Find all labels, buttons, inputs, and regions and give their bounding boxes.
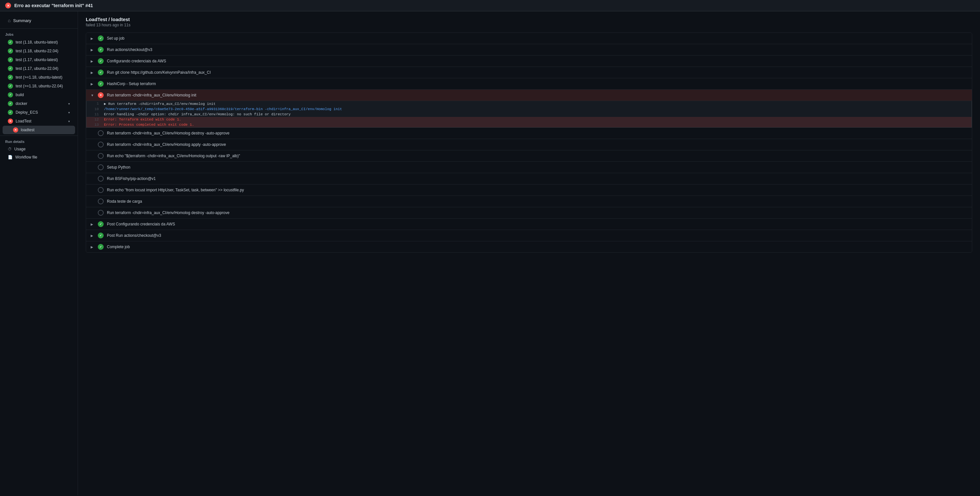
step-terraform-apply[interactable]: ▶ Run terraform -chdir=infra_aux_CI/env/… <box>86 139 972 150</box>
step-status-skip <box>98 210 103 216</box>
step-configurando[interactable]: ▶ Configurando credenciais da AWS <box>86 56 972 67</box>
step-status-green <box>98 47 103 52</box>
usage-icon: ⏱ <box>8 147 12 151</box>
layout: ⌂ Summary Jobs test (1.18, ubuntu-latest… <box>0 11 980 495</box>
chevron-right-icon: ▶ <box>91 82 95 86</box>
sidebar-item-loadtest-child[interactable]: loadtest <box>3 126 75 134</box>
chevron-right-icon: ▶ <box>91 48 95 52</box>
sidebar-item-label: test (1.18, ubuntu-22.04) <box>16 49 58 53</box>
step-label: Set up job <box>107 36 967 41</box>
step-label: Run BSFishy/pip-action@v1 <box>107 176 967 181</box>
step-complete-job[interactable]: ▶ Complete job <box>86 241 972 253</box>
main-content: LoadTest / loadtest failed 13 hours ago … <box>78 11 980 495</box>
summary-label: Summary <box>13 18 31 23</box>
sidebar-item-test-118-ubuntu-22[interactable]: test (1.18, ubuntu-22.04) <box>3 47 75 55</box>
job-header: LoadTest / loadtest failed 13 hours ago … <box>86 17 972 27</box>
step-status-skip <box>98 187 103 193</box>
step-bsfishy[interactable]: ▶ Run BSFishy/pip-action@v1 <box>86 173 972 184</box>
chevron-down-icon: ▼ <box>91 94 95 97</box>
sidebar-item-deploy-ecs[interactable]: Deploy_ECS ▾ <box>3 108 75 117</box>
log-line-content-error: Error: Process completed with exit code … <box>103 122 972 127</box>
sidebar-item-label: test (1.18, ubuntu-latest) <box>16 40 58 45</box>
step-status-skip <box>98 141 103 148</box>
step-run-echo[interactable]: ▶ Run echo "$(terraform -chdir=infra_aux… <box>86 150 972 162</box>
sidebar-item-test-117-ubuntu-latest[interactable]: test (1.17, ubuntu-latest) <box>3 56 75 64</box>
chevron-down-icon: ▾ <box>68 111 70 114</box>
divider-2 <box>0 135 78 136</box>
step-label: Run terraform -chdir=infra_aux_CI/env/Ho… <box>107 93 967 97</box>
status-icon-red <box>8 119 13 124</box>
sidebar-item-docker[interactable]: docker ▾ <box>3 99 75 108</box>
log-line-error: 13 Error: Process completed with exit co… <box>86 122 972 127</box>
run-details-label: Run details <box>0 137 78 145</box>
sidebar-link-label: Usage <box>14 147 25 151</box>
sidebar-item-test-118-ubuntu-latest[interactable]: test (1.18, ubuntu-latest) <box>3 38 75 46</box>
sidebar-item-test-117-ubuntu-22[interactable]: test (1.17, ubuntu-22.04) <box>3 64 75 73</box>
status-icon-green <box>8 83 13 89</box>
sidebar-item-test-gte-118-ubuntu-latest[interactable]: test (>=1.18, ubuntu-latest) <box>3 73 75 81</box>
step-terraform-init[interactable]: ▼ Run terraform -chdir=infra_aux_CI/env/… <box>86 90 972 101</box>
log-section: 1 ▶ Run terraform -chdir=infra_aux_CI/en… <box>86 101 972 128</box>
status-icon-green <box>8 57 13 62</box>
step-status-green <box>98 70 103 75</box>
step-status-skip <box>98 164 103 170</box>
chevron-up-icon: ▾ <box>68 119 70 123</box>
page-title: Erro ao executar "terraform init" #41 <box>14 3 93 8</box>
step-set-up-job[interactable]: ▶ Set up job <box>86 33 972 44</box>
status-icon-green <box>8 40 13 45</box>
step-hashicorp[interactable]: ▶ HashiCorp - Setup terraform <box>86 78 972 90</box>
sidebar-link-usage[interactable]: ⏱ Usage <box>3 145 75 153</box>
sidebar-item-label: test (>=1.18, ubuntu-22.04) <box>16 84 63 88</box>
step-roda-teste[interactable]: ▶ Roda teste de carga <box>86 196 972 207</box>
status-icon-green <box>8 66 13 71</box>
step-status-green <box>98 35 103 41</box>
log-line-content-link: /home/runner/work/_temp/c8ae5e73-2ec0-45… <box>103 107 972 111</box>
step-status-red <box>98 92 103 98</box>
chevron-right-icon: ▶ <box>91 59 95 63</box>
log-line-number: 13 <box>86 122 103 127</box>
log-line: 1 ▶ Run terraform -chdir=infra_aux_CI/en… <box>86 101 972 107</box>
step-label: Post Configurando credenciais da AWS <box>107 222 967 226</box>
workflow-icon: 📄 <box>8 155 13 159</box>
step-label: Setup Python <box>107 165 967 170</box>
step-status-skip <box>98 153 103 159</box>
log-line: 10 /home/runner/work/_temp/c8ae5e73-2ec0… <box>86 107 972 112</box>
step-label: Complete job <box>107 245 967 249</box>
step-checkout[interactable]: ▶ Run actions/checkout@v3 <box>86 44 972 56</box>
step-label: Roda teste de carga <box>107 199 967 203</box>
step-run-echo-locust[interactable]: ▶ Run echo "from locust import HttpUser,… <box>86 184 972 196</box>
job-meta: failed 13 hours ago in 11s <box>86 23 972 27</box>
sidebar-item-label: Deploy_ECS <box>16 110 38 114</box>
step-label: Run terraform -chdir=infra_aux_CI/env/Ho… <box>107 131 967 135</box>
chevron-right-icon: ▶ <box>91 234 95 237</box>
sidebar-item-test-gte-118-ubuntu-22[interactable]: test (>=1.18, ubuntu-22.04) <box>3 82 75 90</box>
step-status-skip <box>98 176 103 181</box>
step-status-green <box>98 58 103 64</box>
chevron-down-icon: ▾ <box>68 102 70 106</box>
step-setup-python[interactable]: ▶ Setup Python <box>86 162 972 173</box>
job-name: LoadTest / loadtest <box>86 17 972 22</box>
app-header: ✕ Erro ao executar "terraform init" #41 <box>0 0 980 11</box>
sidebar-link-label: Workflow file <box>15 155 37 159</box>
sidebar-item-loadtest[interactable]: LoadTest ▾ <box>3 117 75 126</box>
step-status-green <box>98 81 103 87</box>
status-icon-green <box>8 75 13 80</box>
chevron-right-icon: ▶ <box>91 37 95 40</box>
step-git-clone[interactable]: ▶ Run git clone https://github.com/Kelvy… <box>86 67 972 78</box>
step-terraform-destroy-2[interactable]: ▶ Run terraform -chdir=infra_aux_CI/env/… <box>86 207 972 219</box>
log-line-number: 12 <box>86 117 103 122</box>
sidebar-item-build[interactable]: build <box>3 91 75 99</box>
step-status-green <box>98 232 103 238</box>
home-icon: ⌂ <box>8 18 10 23</box>
log-line-content: ▶ Run terraform -chdir=infra_aux_CI/env/… <box>103 101 972 106</box>
sidebar-link-workflow-file[interactable]: 📄 Workflow file <box>3 153 75 161</box>
step-post-configurando[interactable]: ▶ Post Configurando credenciais da AWS <box>86 219 972 230</box>
status-icon-green <box>8 101 13 106</box>
log-line-number: 11 <box>86 112 103 117</box>
step-label: Run git clone https://github.com/Kelvynm… <box>107 70 967 75</box>
sidebar-item-label: build <box>16 92 24 97</box>
step-terraform-destroy-1[interactable]: ▶ Run terraform -chdir=infra_aux_CI/env/… <box>86 128 972 139</box>
summary-link[interactable]: ⌂ Summary <box>3 15 75 25</box>
step-post-checkout[interactable]: ▶ Post Run actions/checkout@v3 <box>86 230 972 241</box>
step-label: Configurando credenciais da AWS <box>107 59 967 64</box>
